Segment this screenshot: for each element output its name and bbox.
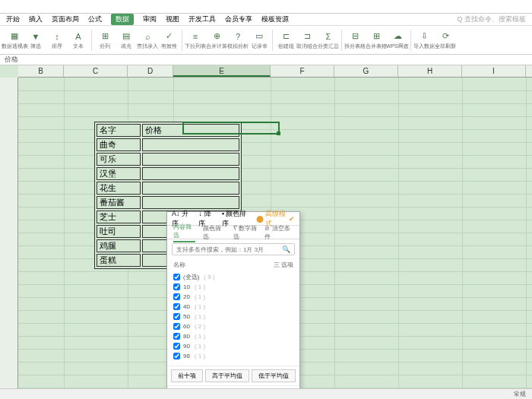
lookup-button[interactable]: ⌕查找录入 (138, 28, 157, 52)
menu-item[interactable]: 公式 (88, 14, 102, 24)
cell[interactable]: 番茄酱 (97, 196, 141, 209)
filter-checkbox[interactable] (173, 333, 180, 340)
cell[interactable]: 芝士 (97, 211, 141, 223)
cell[interactable] (142, 196, 239, 209)
col-header-C[interactable]: C (64, 65, 128, 77)
menu-item[interactable]: 模板资源 (261, 14, 289, 24)
cloud-icon: ☁ (391, 30, 404, 43)
filter-checkbox[interactable] (173, 293, 180, 300)
cell[interactable] (142, 138, 239, 151)
title-bar (0, 0, 532, 14)
cell[interactable]: 价格 (142, 124, 239, 137)
sort-icon: ↕ (51, 30, 63, 43)
cell[interactable]: 花生 (97, 182, 141, 195)
cell[interactable]: 汉堡 (97, 167, 141, 180)
status-bar: 常规 (0, 388, 532, 399)
whatif-button[interactable]: ?模拟分析 (228, 28, 248, 52)
filter-search-box[interactable]: 🔍 (172, 243, 295, 255)
menu-item[interactable]: 审阅 (143, 14, 157, 24)
lookup-icon: ⌕ (141, 30, 154, 43)
cell[interactable] (142, 182, 239, 195)
formula-bar[interactable]: 价格 (0, 55, 532, 65)
record-button[interactable]: ▭记录单 (249, 28, 269, 52)
pivot-button[interactable]: ▦数据透视表 (5, 28, 24, 52)
group-icon: ⊏ (280, 30, 292, 43)
cell[interactable]: 曲奇 (97, 138, 141, 151)
menu-bar: 开始 插入 页面布局 公式 数据 审阅 视图 开发工具 会员专享 模板资源 Q … (0, 14, 532, 26)
cell[interactable] (142, 167, 239, 180)
validation-button[interactable]: ✓有效性 (159, 28, 179, 52)
consolidate-button[interactable]: ⊕合并计算 (207, 28, 226, 52)
top-ten-button[interactable]: 前十项 (171, 369, 203, 382)
filter-item[interactable]: 98( 1 ) (173, 351, 293, 361)
below-avg-button[interactable]: 低于平均值 (252, 369, 296, 382)
menu-item-data[interactable]: 数据 (111, 14, 134, 25)
filter-item[interactable]: 20( 1 ) (173, 292, 293, 302)
tab-clear-conditions[interactable]: ⊘ 清空条件 (264, 224, 293, 241)
cell[interactable]: 鸡腿 (97, 239, 141, 252)
menu-item[interactable]: 开始 (6, 14, 20, 24)
col-header-E[interactable]: E (173, 65, 271, 77)
filter-item[interactable]: 90( 1 ) (173, 341, 293, 351)
filter-item[interactable]: 50( 1 ) (173, 312, 293, 321)
col-header-B[interactable]: B (18, 65, 64, 77)
menu-item[interactable]: 页面布局 (52, 14, 79, 24)
cloud-button[interactable]: ☁WPS网盘 (388, 28, 407, 52)
filter-item[interactable]: 10( 1 ) (173, 282, 293, 292)
col-header-G[interactable]: G (334, 65, 398, 77)
import-icon: ⇩ (418, 30, 430, 43)
cell[interactable]: 吐司 (97, 225, 141, 238)
menu-item[interactable]: 会员专享 (225, 14, 252, 24)
col-header-H[interactable]: H (398, 65, 462, 77)
table-merge-icon: ⊞ (370, 30, 382, 43)
ungroup-icon: ⊐ (301, 30, 313, 43)
pivot-icon: ▦ (8, 30, 21, 43)
filter-button[interactable]: ▼筛选 (26, 28, 46, 52)
refresh-button[interactable]: ⟳全部刷新 (435, 28, 455, 52)
tab-content-filter[interactable]: 内容筛选 (173, 223, 195, 242)
split-col-button[interactable]: ⊞分列 (95, 28, 115, 52)
menu-item[interactable]: 视图 (166, 14, 179, 24)
cell[interactable]: 可乐 (97, 153, 141, 166)
subtotal-button[interactable]: Σ分类汇总 (318, 28, 338, 52)
cell[interactable]: 名字 (97, 124, 141, 137)
table-split-icon: ⊟ (349, 30, 361, 43)
filter-checkbox[interactable] (173, 343, 180, 350)
form-icon: ▭ (253, 30, 265, 43)
refresh-icon: ⟳ (439, 30, 451, 43)
tab-number-filter[interactable]: ∇ 数字筛选 (233, 224, 261, 241)
funnel-icon: ▼ (30, 30, 42, 43)
filter-checkbox[interactable] (173, 353, 180, 359)
filter-checkbox[interactable] (173, 274, 180, 280)
above-avg-button[interactable]: 高于平均值 (205, 369, 249, 382)
filter-search-input[interactable] (176, 246, 282, 253)
filter-item[interactable]: 40( 1 ) (173, 302, 293, 312)
col-header-D[interactable]: D (128, 65, 173, 77)
sort-button[interactable]: ↕排序 (47, 28, 67, 52)
fill-button[interactable]: ▤填充 (116, 28, 136, 52)
filter-checkbox[interactable] (173, 303, 180, 310)
filter-item[interactable]: (全选)( 9 ) (173, 272, 293, 282)
menu-item[interactable]: 插入 (29, 14, 43, 24)
dropdown-button[interactable]: ≡下拉列表 (185, 28, 205, 52)
merge-table-button[interactable]: ⊞合并表格 (366, 28, 386, 52)
split-table-button[interactable]: ⊟拆分表格 (345, 28, 365, 52)
filter-checkbox[interactable] (173, 323, 180, 330)
search-hint[interactable]: Q 查找命令、搜索模板 (457, 14, 526, 24)
import-button[interactable]: ⇩导入数据 (414, 28, 434, 52)
filter-item[interactable]: 60( 2 ) (173, 321, 293, 331)
cell[interactable] (142, 153, 239, 166)
options-label[interactable]: 三 选项 (274, 261, 293, 269)
ungroup-button[interactable]: ⊐取消组合 (297, 28, 317, 52)
group-button[interactable]: ⊏创建组 (276, 28, 296, 52)
text-button[interactable]: A文本 (68, 28, 88, 52)
text-icon: A (72, 30, 84, 43)
menu-item[interactable]: 开发工具 (188, 14, 216, 24)
tab-color-filter[interactable]: 颜色筛选 (203, 224, 225, 241)
filter-checkbox[interactable] (173, 313, 180, 320)
col-header-I[interactable]: I (462, 65, 526, 77)
cell[interactable]: 蛋糕 (97, 254, 141, 267)
filter-checkbox[interactable] (173, 283, 180, 290)
filter-item[interactable]: 80( 1 ) (173, 331, 293, 341)
col-header-F[interactable]: F (271, 65, 334, 77)
